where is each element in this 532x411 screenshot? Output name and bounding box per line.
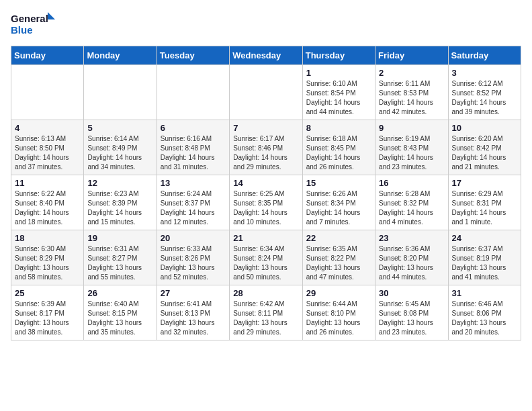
day-info: Sunrise: 6:11 AM Sunset: 8:53 PM Dayligh… [379,79,444,117]
day-number: 25 [15,288,80,298]
day-info: Sunrise: 6:36 AM Sunset: 8:20 PM Dayligh… [379,244,444,282]
day-info: Sunrise: 6:23 AM Sunset: 8:39 PM Dayligh… [87,189,152,227]
calendar-cell: 30Sunrise: 6:45 AM Sunset: 8:08 PM Dayli… [375,285,448,340]
calendar-header-wednesday: Wednesday [230,46,302,65]
day-info: Sunrise: 6:31 AM Sunset: 8:27 PM Dayligh… [87,244,152,282]
page-header: GeneralBlue [11,11,521,38]
day-info: Sunrise: 6:16 AM Sunset: 8:48 PM Dayligh… [161,134,226,172]
day-info: Sunrise: 6:30 AM Sunset: 8:29 PM Dayligh… [15,244,80,282]
day-number: 31 [452,288,517,298]
day-number: 1 [306,68,371,78]
svg-text:General: General [11,13,48,24]
calendar-cell: 3Sunrise: 6:12 AM Sunset: 8:52 PM Daylig… [448,65,521,120]
day-number: 23 [379,233,444,243]
day-number: 18 [15,233,80,243]
day-number: 26 [87,288,152,298]
calendar-week-row: 1Sunrise: 6:10 AM Sunset: 8:54 PM Daylig… [11,65,521,120]
day-info: Sunrise: 6:29 AM Sunset: 8:31 PM Dayligh… [452,189,517,227]
logo: GeneralBlue [11,11,58,38]
day-number: 15 [306,178,371,188]
day-number: 3 [452,68,517,78]
day-number: 27 [161,288,226,298]
day-info: Sunrise: 6:33 AM Sunset: 8:26 PM Dayligh… [161,244,226,282]
day-number: 16 [379,178,444,188]
calendar-cell [157,65,229,120]
calendar-cell [11,65,84,120]
day-info: Sunrise: 6:39 AM Sunset: 8:17 PM Dayligh… [15,300,80,337]
day-number: 14 [233,178,298,188]
calendar-cell: 26Sunrise: 6:40 AM Sunset: 8:15 PM Dayli… [84,285,157,340]
svg-marker-2 [48,12,55,19]
calendar-cell: 27Sunrise: 6:41 AM Sunset: 8:13 PM Dayli… [157,285,229,340]
calendar-header-friday: Friday [375,46,448,65]
calendar-cell: 23Sunrise: 6:36 AM Sunset: 8:20 PM Dayli… [375,230,448,285]
day-number: 5 [87,123,152,133]
calendar-cell: 18Sunrise: 6:30 AM Sunset: 8:29 PM Dayli… [11,230,84,285]
day-number: 12 [87,178,152,188]
day-number: 22 [306,233,371,243]
calendar-cell: 20Sunrise: 6:33 AM Sunset: 8:26 PM Dayli… [157,230,229,285]
calendar-cell: 8Sunrise: 6:18 AM Sunset: 8:45 PM Daylig… [302,120,375,175]
day-info: Sunrise: 6:40 AM Sunset: 8:15 PM Dayligh… [87,300,152,337]
calendar-cell: 7Sunrise: 6:17 AM Sunset: 8:46 PM Daylig… [230,120,302,175]
calendar-cell: 11Sunrise: 6:22 AM Sunset: 8:40 PM Dayli… [11,175,84,230]
calendar-cell: 4Sunrise: 6:13 AM Sunset: 8:50 PM Daylig… [11,120,84,175]
day-number: 30 [379,288,444,298]
day-number: 20 [161,233,226,243]
day-number: 21 [233,233,298,243]
day-info: Sunrise: 6:19 AM Sunset: 8:43 PM Dayligh… [379,134,444,172]
calendar-cell: 24Sunrise: 6:37 AM Sunset: 8:19 PM Dayli… [448,230,521,285]
calendar-cell: 21Sunrise: 6:34 AM Sunset: 8:24 PM Dayli… [230,230,302,285]
calendar-cell: 10Sunrise: 6:20 AM Sunset: 8:42 PM Dayli… [448,120,521,175]
day-info: Sunrise: 6:41 AM Sunset: 8:13 PM Dayligh… [161,300,226,337]
day-info: Sunrise: 6:44 AM Sunset: 8:10 PM Dayligh… [306,300,371,337]
calendar-cell: 15Sunrise: 6:26 AM Sunset: 8:34 PM Dayli… [302,175,375,230]
day-number: 4 [15,123,80,133]
calendar-header-tuesday: Tuesday [157,46,229,65]
calendar-header-monday: Monday [84,46,157,65]
day-info: Sunrise: 6:28 AM Sunset: 8:32 PM Dayligh… [379,189,444,227]
day-info: Sunrise: 6:12 AM Sunset: 8:52 PM Dayligh… [452,79,517,117]
calendar-cell: 14Sunrise: 6:25 AM Sunset: 8:35 PM Dayli… [230,175,302,230]
day-info: Sunrise: 6:22 AM Sunset: 8:40 PM Dayligh… [15,189,80,227]
day-info: Sunrise: 6:45 AM Sunset: 8:08 PM Dayligh… [379,300,444,337]
day-info: Sunrise: 6:18 AM Sunset: 8:45 PM Dayligh… [306,134,371,172]
day-number: 10 [452,123,517,133]
day-info: Sunrise: 6:20 AM Sunset: 8:42 PM Dayligh… [452,134,517,172]
day-info: Sunrise: 6:24 AM Sunset: 8:37 PM Dayligh… [161,189,226,227]
day-info: Sunrise: 6:10 AM Sunset: 8:54 PM Dayligh… [306,79,371,117]
day-info: Sunrise: 6:17 AM Sunset: 8:46 PM Dayligh… [233,134,298,172]
calendar-cell: 6Sunrise: 6:16 AM Sunset: 8:48 PM Daylig… [157,120,229,175]
calendar-header-thursday: Thursday [302,46,375,65]
calendar-header-saturday: Saturday [448,46,521,65]
svg-text:Blue: Blue [11,24,33,36]
day-info: Sunrise: 6:42 AM Sunset: 8:11 PM Dayligh… [233,300,298,337]
day-info: Sunrise: 6:37 AM Sunset: 8:19 PM Dayligh… [452,244,517,282]
day-number: 13 [161,178,226,188]
calendar-cell: 29Sunrise: 6:44 AM Sunset: 8:10 PM Dayli… [302,285,375,340]
day-number: 17 [452,178,517,188]
day-number: 29 [306,288,371,298]
calendar-header-row: SundayMondayTuesdayWednesdayThursdayFrid… [11,46,521,65]
calendar-week-row: 18Sunrise: 6:30 AM Sunset: 8:29 PM Dayli… [11,230,521,285]
day-number: 11 [15,178,80,188]
calendar-cell: 13Sunrise: 6:24 AM Sunset: 8:37 PM Dayli… [157,175,229,230]
day-number: 9 [379,123,444,133]
day-number: 8 [306,123,371,133]
calendar-cell: 2Sunrise: 6:11 AM Sunset: 8:53 PM Daylig… [375,65,448,120]
day-number: 7 [233,123,298,133]
calendar-cell: 12Sunrise: 6:23 AM Sunset: 8:39 PM Dayli… [84,175,157,230]
calendar-table: SundayMondayTuesdayWednesdayThursdayFrid… [11,46,521,340]
day-info: Sunrise: 6:13 AM Sunset: 8:50 PM Dayligh… [15,134,80,172]
calendar-cell: 9Sunrise: 6:19 AM Sunset: 8:43 PM Daylig… [375,120,448,175]
day-info: Sunrise: 6:25 AM Sunset: 8:35 PM Dayligh… [233,189,298,227]
day-info: Sunrise: 6:26 AM Sunset: 8:34 PM Dayligh… [306,189,371,227]
calendar-week-row: 4Sunrise: 6:13 AM Sunset: 8:50 PM Daylig… [11,120,521,175]
calendar-cell: 25Sunrise: 6:39 AM Sunset: 8:17 PM Dayli… [11,285,84,340]
calendar-week-row: 11Sunrise: 6:22 AM Sunset: 8:40 PM Dayli… [11,175,521,230]
calendar-cell: 5Sunrise: 6:14 AM Sunset: 8:49 PM Daylig… [84,120,157,175]
calendar-cell: 1Sunrise: 6:10 AM Sunset: 8:54 PM Daylig… [302,65,375,120]
day-info: Sunrise: 6:35 AM Sunset: 8:22 PM Dayligh… [306,244,371,282]
day-number: 2 [379,68,444,78]
calendar-cell [84,65,157,120]
